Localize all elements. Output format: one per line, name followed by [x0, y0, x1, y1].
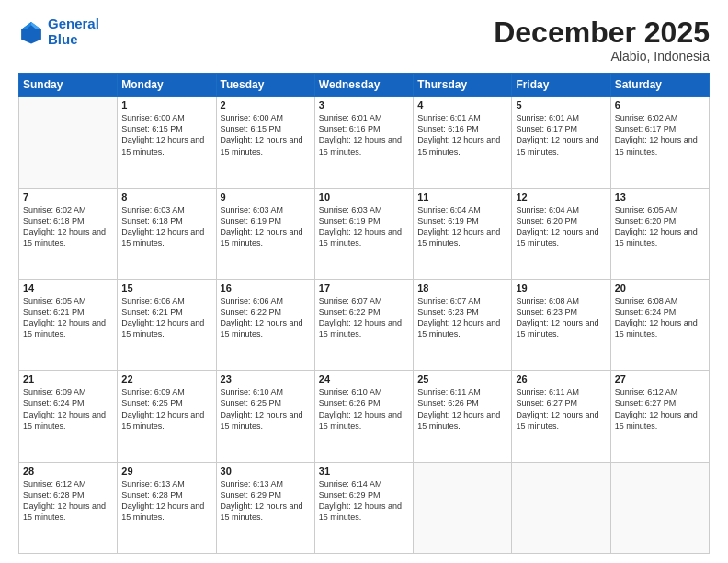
day-info: Sunrise: 6:08 AM Sunset: 6:23 PM Dayligh… — [516, 295, 606, 340]
day-number: 30 — [221, 465, 311, 477]
day-cell: 7Sunrise: 6:02 AM Sunset: 6:18 PM Daylig… — [19, 188, 118, 279]
day-number: 6 — [615, 99, 705, 110]
day-info: Sunrise: 6:11 AM Sunset: 6:27 PM Dayligh… — [516, 386, 606, 431]
day-number: 12 — [516, 191, 606, 202]
title-block: December 2025 Alabio, Indonesia — [494, 17, 710, 63]
weekday-header-friday: Friday — [512, 74, 610, 97]
day-number: 23 — [221, 373, 311, 385]
weekday-header-tuesday: Tuesday — [216, 74, 314, 97]
day-cell: 29Sunrise: 6:13 AM Sunset: 6:28 PM Dayli… — [118, 462, 216, 553]
day-info: Sunrise: 6:14 AM Sunset: 6:29 PM Dayligh… — [319, 478, 409, 523]
logo-line2: Blue — [48, 31, 78, 47]
day-cell: 19Sunrise: 6:08 AM Sunset: 6:23 PM Dayli… — [512, 279, 610, 370]
day-number: 3 — [319, 99, 409, 110]
day-info: Sunrise: 6:06 AM Sunset: 6:22 PM Dayligh… — [221, 295, 311, 340]
day-number: 7 — [23, 191, 113, 202]
week-row-1: 7Sunrise: 6:02 AM Sunset: 6:18 PM Daylig… — [19, 188, 710, 279]
day-number: 25 — [417, 373, 507, 385]
day-number: 24 — [319, 373, 409, 385]
day-cell: 30Sunrise: 6:13 AM Sunset: 6:29 PM Dayli… — [216, 462, 314, 553]
day-cell: 14Sunrise: 6:05 AM Sunset: 6:21 PM Dayli… — [19, 279, 118, 370]
day-number: 20 — [615, 282, 705, 293]
weekday-header-sunday: Sunday — [19, 74, 118, 97]
day-number: 2 — [221, 99, 311, 110]
day-info: Sunrise: 6:10 AM Sunset: 6:25 PM Dayligh… — [221, 386, 311, 431]
day-number: 5 — [516, 99, 606, 110]
day-number: 17 — [319, 282, 409, 293]
day-cell — [610, 462, 709, 553]
day-cell: 26Sunrise: 6:11 AM Sunset: 6:27 PM Dayli… — [512, 371, 610, 462]
logo: General Blue — [18, 17, 99, 47]
day-cell: 23Sunrise: 6:10 AM Sunset: 6:25 PM Dayli… — [216, 371, 314, 462]
day-info: Sunrise: 6:13 AM Sunset: 6:28 PM Dayligh… — [121, 478, 211, 523]
day-info: Sunrise: 6:03 AM Sunset: 6:18 PM Dayligh… — [121, 204, 211, 249]
day-number: 31 — [319, 465, 409, 477]
svg-marker-0 — [21, 22, 41, 43]
day-number: 22 — [121, 373, 211, 385]
day-cell: 24Sunrise: 6:10 AM Sunset: 6:26 PM Dayli… — [314, 371, 413, 462]
day-cell — [414, 462, 512, 553]
day-cell: 28Sunrise: 6:12 AM Sunset: 6:28 PM Dayli… — [19, 462, 118, 553]
day-info: Sunrise: 6:09 AM Sunset: 6:25 PM Dayligh… — [121, 386, 211, 431]
day-cell: 8Sunrise: 6:03 AM Sunset: 6:18 PM Daylig… — [118, 188, 216, 279]
day-info: Sunrise: 6:12 AM Sunset: 6:28 PM Dayligh… — [23, 478, 113, 523]
day-number: 1 — [121, 99, 211, 110]
day-info: Sunrise: 6:11 AM Sunset: 6:26 PM Dayligh… — [417, 386, 507, 431]
week-row-4: 28Sunrise: 6:12 AM Sunset: 6:28 PM Dayli… — [19, 462, 710, 553]
day-info: Sunrise: 6:09 AM Sunset: 6:24 PM Dayligh… — [23, 386, 113, 431]
weekday-header-wednesday: Wednesday — [314, 74, 413, 97]
weekday-header-monday: Monday — [118, 74, 216, 97]
day-number: 26 — [516, 373, 606, 385]
day-number: 21 — [23, 373, 113, 385]
day-number: 29 — [121, 465, 211, 477]
calendar-table: SundayMondayTuesdayWednesdayThursdayFrid… — [18, 73, 710, 554]
day-number: 15 — [121, 282, 211, 293]
day-info: Sunrise: 6:07 AM Sunset: 6:22 PM Dayligh… — [319, 295, 409, 340]
day-cell: 17Sunrise: 6:07 AM Sunset: 6:22 PM Dayli… — [314, 279, 413, 370]
day-cell — [19, 97, 118, 188]
header: General Blue December 2025 Alabio, Indon… — [18, 17, 710, 63]
day-number: 9 — [221, 191, 311, 202]
day-cell: 16Sunrise: 6:06 AM Sunset: 6:22 PM Dayli… — [216, 279, 314, 370]
day-info: Sunrise: 6:08 AM Sunset: 6:24 PM Dayligh… — [615, 295, 705, 340]
day-number: 8 — [121, 191, 211, 202]
day-info: Sunrise: 6:04 AM Sunset: 6:19 PM Dayligh… — [417, 204, 507, 249]
day-number: 14 — [23, 282, 113, 293]
day-number: 4 — [417, 99, 507, 110]
day-info: Sunrise: 6:01 AM Sunset: 6:17 PM Dayligh… — [516, 112, 606, 157]
day-cell: 25Sunrise: 6:11 AM Sunset: 6:26 PM Dayli… — [414, 371, 512, 462]
day-info: Sunrise: 6:07 AM Sunset: 6:23 PM Dayligh… — [417, 295, 507, 340]
day-info: Sunrise: 6:03 AM Sunset: 6:19 PM Dayligh… — [319, 204, 409, 249]
weekday-header-saturday: Saturday — [610, 74, 709, 97]
day-cell: 31Sunrise: 6:14 AM Sunset: 6:29 PM Dayli… — [314, 462, 413, 553]
day-info: Sunrise: 6:10 AM Sunset: 6:26 PM Dayligh… — [319, 386, 409, 431]
day-info: Sunrise: 6:00 AM Sunset: 6:15 PM Dayligh… — [221, 112, 311, 157]
day-cell: 3Sunrise: 6:01 AM Sunset: 6:16 PM Daylig… — [314, 97, 413, 188]
day-number: 13 — [615, 191, 705, 202]
day-cell — [512, 462, 610, 553]
day-cell: 11Sunrise: 6:04 AM Sunset: 6:19 PM Dayli… — [414, 188, 512, 279]
day-number: 28 — [23, 465, 113, 477]
day-cell: 21Sunrise: 6:09 AM Sunset: 6:24 PM Dayli… — [19, 371, 118, 462]
day-info: Sunrise: 6:05 AM Sunset: 6:21 PM Dayligh… — [23, 295, 113, 340]
month-year: December 2025 — [494, 17, 710, 49]
day-cell: 27Sunrise: 6:12 AM Sunset: 6:27 PM Dayli… — [610, 371, 709, 462]
day-info: Sunrise: 6:00 AM Sunset: 6:15 PM Dayligh… — [121, 112, 211, 157]
day-cell: 13Sunrise: 6:05 AM Sunset: 6:20 PM Dayli… — [610, 188, 709, 279]
day-info: Sunrise: 6:02 AM Sunset: 6:17 PM Dayligh… — [615, 112, 705, 157]
location: Alabio, Indonesia — [494, 49, 710, 63]
day-number: 11 — [417, 191, 507, 202]
day-info: Sunrise: 6:02 AM Sunset: 6:18 PM Dayligh… — [23, 204, 113, 249]
day-cell: 5Sunrise: 6:01 AM Sunset: 6:17 PM Daylig… — [512, 97, 610, 188]
week-row-0: 1Sunrise: 6:00 AM Sunset: 6:15 PM Daylig… — [19, 97, 710, 188]
day-cell: 18Sunrise: 6:07 AM Sunset: 6:23 PM Dayli… — [414, 279, 512, 370]
day-number: 19 — [516, 282, 606, 293]
day-cell: 20Sunrise: 6:08 AM Sunset: 6:24 PM Dayli… — [610, 279, 709, 370]
day-info: Sunrise: 6:06 AM Sunset: 6:21 PM Dayligh… — [121, 295, 211, 340]
day-info: Sunrise: 6:05 AM Sunset: 6:20 PM Dayligh… — [615, 204, 705, 249]
day-cell: 12Sunrise: 6:04 AM Sunset: 6:20 PM Dayli… — [512, 188, 610, 279]
day-info: Sunrise: 6:12 AM Sunset: 6:27 PM Dayligh… — [615, 386, 705, 431]
weekday-header-thursday: Thursday — [414, 74, 512, 97]
logo-text: General Blue — [48, 17, 99, 47]
day-cell: 22Sunrise: 6:09 AM Sunset: 6:25 PM Dayli… — [118, 371, 216, 462]
